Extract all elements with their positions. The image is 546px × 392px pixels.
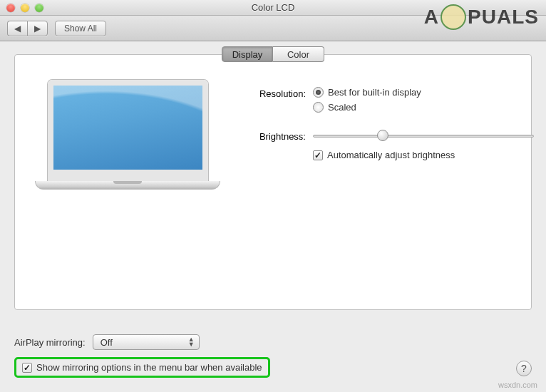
- checkbox-icon[interactable]: [22, 363, 32, 373]
- show-mirroring-option[interactable]: Show mirroring options in the menu bar w…: [14, 357, 270, 378]
- device-illustration: [35, 80, 220, 201]
- tab-bar: Display Color: [222, 46, 324, 62]
- resolution-option-scaled[interactable]: Scaled: [313, 102, 534, 113]
- settings-group: Resolution: Best for built-in display Sc…: [242, 80, 534, 201]
- nav-segment: ◀ ▶: [7, 21, 48, 36]
- laptop-screen-icon: [48, 80, 208, 181]
- slider-track: [313, 135, 534, 138]
- checkbox-label: Automatically adjust brightness: [327, 150, 455, 160]
- watermark-logo: A PUALS: [424, 4, 539, 30]
- back-button[interactable]: ◀: [7, 21, 27, 36]
- bottom-area: AirPlay mirroring: Off ▲▼ Show mirroring…: [14, 334, 532, 378]
- slider-thumb[interactable]: [377, 130, 388, 141]
- forward-button[interactable]: ▶: [27, 21, 48, 36]
- watermark-text-a: A: [424, 6, 439, 29]
- updown-arrows-icon: ▲▼: [188, 337, 195, 347]
- airplay-value: Off: [101, 337, 113, 348]
- show-mirroring-label: Show mirroring options in the menu bar w…: [36, 362, 262, 373]
- auto-brightness-checkbox[interactable]: Automatically adjust brightness: [313, 150, 534, 160]
- brightness-row: Brightness: Automatically adjust brightn…: [242, 130, 534, 160]
- airplay-row: AirPlay mirroring: Off ▲▼: [14, 334, 532, 350]
- radio-label: Best for built-in display: [328, 87, 421, 98]
- resolution-label: Resolution:: [242, 87, 313, 99]
- laptop-base-icon: [35, 181, 220, 190]
- radio-label: Scaled: [328, 102, 356, 113]
- resolution-row: Resolution: Best for built-in display Sc…: [242, 87, 534, 117]
- brightness-slider[interactable]: [313, 130, 534, 143]
- tab-display[interactable]: Display: [222, 46, 273, 62]
- tab-color[interactable]: Color: [273, 46, 324, 62]
- help-button[interactable]: ?: [516, 361, 532, 376]
- checkbox-icon[interactable]: [313, 150, 323, 160]
- radio-icon[interactable]: [313, 102, 324, 113]
- radio-icon[interactable]: [313, 87, 324, 98]
- airplay-label: AirPlay mirroring:: [14, 337, 86, 348]
- watermark-text-b: PUALS: [468, 6, 539, 29]
- show-all-button[interactable]: Show All: [55, 21, 106, 36]
- content-pane: Display Color Resolution: Best for built…: [14, 54, 532, 310]
- airplay-popup[interactable]: Off ▲▼: [93, 334, 200, 350]
- footer-source: wsxdn.com: [498, 381, 537, 389]
- mascot-icon: [441, 4, 466, 30]
- resolution-option-best[interactable]: Best for built-in display: [313, 87, 534, 98]
- brightness-label: Brightness:: [242, 130, 313, 142]
